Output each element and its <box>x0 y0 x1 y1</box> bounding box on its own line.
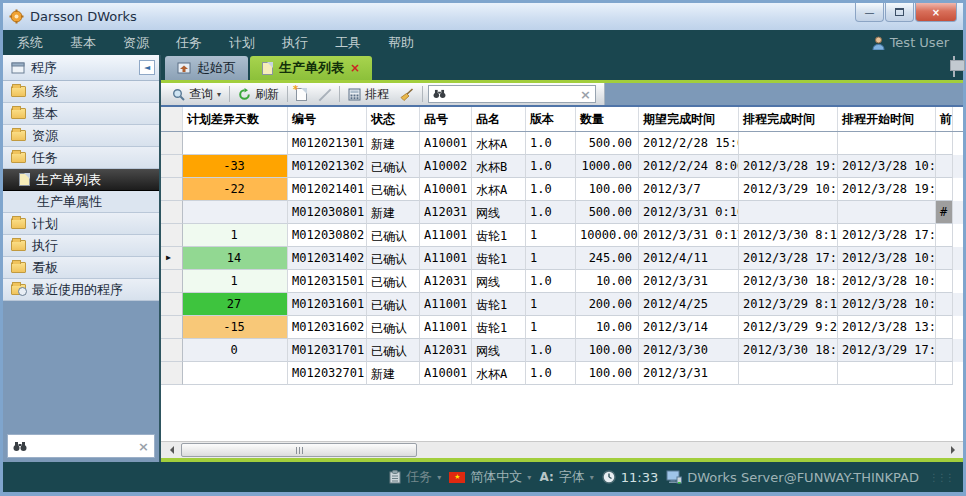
cell-sel[interactable] <box>161 247 183 270</box>
cell-expect[interactable]: 2012/2/28 15:00 <box>639 132 739 155</box>
cell-diff[interactable]: 14 <box>183 247 288 270</box>
cell-version[interactable]: 1 <box>526 316 576 339</box>
cell-code[interactable]: M012031701 <box>288 339 367 362</box>
cell-qty[interactable]: 500.00 <box>576 132 639 155</box>
cell-code[interactable]: M012031501 <box>288 270 367 293</box>
cell-item_name[interactable]: 水杯A <box>472 132 526 155</box>
menu-item-0[interactable]: 系统 <box>17 34 43 52</box>
column-header-item_no[interactable]: 品号 <box>420 107 472 131</box>
cell-extra[interactable] <box>936 247 953 270</box>
cell-sel[interactable] <box>161 178 183 201</box>
cell-item_no[interactable]: A11001 <box>420 316 472 339</box>
cell-sched_start[interactable]: 2012/3/29 17:46 <box>838 339 936 362</box>
cell-item_no[interactable]: A10001 <box>420 132 472 155</box>
cell-item_no[interactable]: A10001 <box>420 178 472 201</box>
table-row[interactable]: -22M012021401已确认A10001水杯A1.0100.002012/3… <box>161 178 963 201</box>
cell-item_name[interactable]: 水杯A <box>472 362 526 385</box>
status-language-menu[interactable]: ★ 简体中文 ▾ <box>449 468 531 486</box>
cell-status[interactable]: 新建 <box>367 132 420 155</box>
cell-code[interactable]: M012021401 <box>288 178 367 201</box>
cell-version[interactable]: 1.0 <box>526 178 576 201</box>
cell-status[interactable]: 新建 <box>367 362 420 385</box>
clean-button[interactable] <box>397 87 417 102</box>
cell-sched_start[interactable] <box>838 201 936 224</box>
cell-extra[interactable] <box>936 132 953 155</box>
sidebar-item[interactable]: 生产单属性 <box>3 191 159 213</box>
menu-item-5[interactable]: 执行 <box>282 34 308 52</box>
table-row[interactable]: M012021301新建A10001水杯A1.0500.002012/2/28 … <box>161 132 963 155</box>
scrollbar-thumb[interactable] <box>181 443 417 457</box>
cell-item_name[interactable]: 网线 <box>472 339 526 362</box>
cell-expect[interactable]: 2012/3/14 <box>639 316 739 339</box>
cell-code[interactable]: M012021302 <box>288 155 367 178</box>
table-row[interactable]: 14M012031402已确认A11001齿轮11245.002012/4/11… <box>161 247 963 270</box>
minimize-button[interactable]: — <box>855 3 884 22</box>
tab-close-icon[interactable]: × <box>350 61 360 75</box>
cell-item_no[interactable]: A10001 <box>420 362 472 385</box>
cell-sched_end[interactable]: 2012/3/30 8:15 <box>739 224 838 247</box>
tab-start-page[interactable]: 起始页 <box>165 56 248 80</box>
sidebar-item[interactable]: 资源 <box>3 125 159 147</box>
cell-qty[interactable]: 200.00 <box>576 293 639 316</box>
cell-extra[interactable] <box>936 293 953 316</box>
column-header-code[interactable]: 编号 <box>288 107 367 131</box>
cell-code[interactable]: M012031402 <box>288 247 367 270</box>
cell-item_name[interactable]: 水杯A <box>472 178 526 201</box>
cell-code[interactable]: M012031601 <box>288 293 367 316</box>
cell-sel[interactable] <box>161 270 183 293</box>
cell-status[interactable]: 已确认 <box>367 270 420 293</box>
cell-version[interactable]: 1 <box>526 224 576 247</box>
cell-item_no[interactable]: A12031 <box>420 339 472 362</box>
cell-qty[interactable]: 10.00 <box>576 270 639 293</box>
cell-sched_start[interactable]: 2012/3/28 10:52 <box>838 247 936 270</box>
cell-status[interactable]: 已确认 <box>367 178 420 201</box>
cell-expect[interactable]: 2012/4/25 <box>639 293 739 316</box>
sidebar-search-input[interactable] <box>31 439 134 453</box>
cell-status[interactable]: 已确认 <box>367 293 420 316</box>
cell-diff[interactable]: -15 <box>183 316 288 339</box>
sidebar-item[interactable]: 生产单列表 <box>3 169 159 191</box>
menu-item-6[interactable]: 工具 <box>335 34 361 52</box>
cell-item_no[interactable]: A12031 <box>420 201 472 224</box>
cell-sched_end[interactable]: 2012/3/30 18:00 <box>739 339 838 362</box>
cell-extra[interactable]: # <box>936 201 953 224</box>
cell-item_no[interactable]: A10002 <box>420 155 472 178</box>
toolbar-search-clear-icon[interactable]: × <box>580 87 591 102</box>
cell-code[interactable]: M012031602 <box>288 316 367 339</box>
cell-version[interactable]: 1.0 <box>526 155 576 178</box>
cell-status[interactable]: 已确认 <box>367 155 420 178</box>
edit-button[interactable] <box>315 87 334 102</box>
cell-diff[interactable] <box>183 132 288 155</box>
cell-version[interactable]: 1.0 <box>526 201 576 224</box>
table-row[interactable]: M012030801新建A12031网线1.0500.002012/3/31 0… <box>161 201 963 224</box>
horizontal-scrollbar[interactable] <box>161 441 963 458</box>
table-row[interactable]: M012032701新建A10001水杯A1.0100.002012/3/31 <box>161 362 963 385</box>
cell-sel[interactable] <box>161 224 183 247</box>
cell-item_no[interactable]: A11001 <box>420 293 472 316</box>
column-header-status[interactable]: 状态 <box>367 107 420 131</box>
cell-sched_end[interactable] <box>739 201 838 224</box>
table-row[interactable]: -33M012021302已确认A10002水杯B1.01000.002012/… <box>161 155 963 178</box>
cell-sched_start[interactable]: 2012/3/28 10:52 <box>838 293 936 316</box>
cell-extra[interactable] <box>936 224 953 247</box>
cell-sched_start[interactable]: 2012/3/28 10:52 <box>838 270 936 293</box>
cell-extra[interactable] <box>936 362 953 385</box>
cell-item_name[interactable]: 水杯B <box>472 155 526 178</box>
cell-expect[interactable]: 2012/3/31 <box>639 362 739 385</box>
menu-item-1[interactable]: 基本 <box>70 34 96 52</box>
cell-expect[interactable]: 2012/3/31 0:10 <box>639 201 739 224</box>
cell-qty[interactable]: 10.00 <box>576 316 639 339</box>
table-row[interactable]: 0M012031701已确认A12031网线1.0100.002012/3/30… <box>161 339 963 362</box>
cell-expect[interactable]: 2012/3/31 <box>639 270 739 293</box>
cell-item_name[interactable]: 齿轮1 <box>472 316 526 339</box>
cell-expect[interactable]: 2012/4/11 <box>639 247 739 270</box>
cell-sel[interactable] <box>161 155 183 178</box>
column-header-sel[interactable] <box>161 107 183 131</box>
cell-sched_start[interactable]: 2012/3/28 17:13 <box>838 224 936 247</box>
resize-grip[interactable]: ⋮⋮⋮ <box>929 472 953 483</box>
sidebar-collapse-button[interactable]: ◄ <box>139 60 155 75</box>
toolbar-search-input[interactable] <box>450 87 576 101</box>
sidebar-item[interactable]: 基本 <box>3 103 159 125</box>
query-button[interactable]: 查询 ▾ <box>169 85 224 104</box>
cell-sched_start[interactable]: 2012/3/28 10:52 <box>838 155 936 178</box>
